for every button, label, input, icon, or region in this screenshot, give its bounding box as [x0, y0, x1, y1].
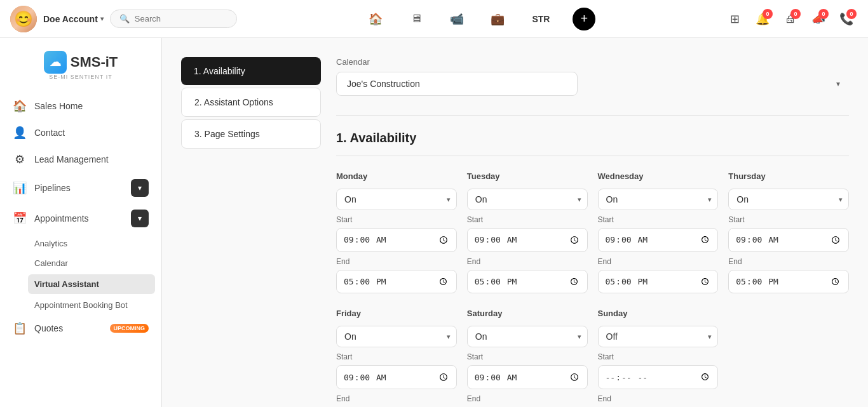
sunday-start-input[interactable] — [598, 365, 719, 389]
step-2-assistant-options[interactable]: 2. Assistant Options — [181, 88, 321, 117]
sidebar-item-appointments[interactable]: 📅 Appointments ▾ — [0, 203, 161, 234]
megaphone-badge: 0 — [818, 9, 829, 19]
sidebar-item-virtual-assistant[interactable]: Virtual Assistant — [28, 274, 155, 294]
friday-end-label: End — [336, 394, 457, 403]
thursday-end-label: End — [728, 257, 849, 266]
sidebar-nav: 🏠 Sales Home 👤 Contact ⚙ Lead Management… — [0, 86, 161, 348]
form-section: Calendar Joe's Construction Personal Wor… — [336, 57, 849, 407]
wednesday-label: Wednesday — [598, 171, 719, 181]
wednesday-status-wrapper: On Off ▾ — [598, 189, 719, 210]
top-navigation: Doe Account ▾ 🔍 🏠 🖥 📹 💼 STR + ⊞ 🔔 0 🖨 0 … — [0, 0, 868, 38]
wednesday-end-section: End — [598, 257, 719, 294]
sidebar-item-calendar[interactable]: Calendar — [0, 253, 161, 273]
sidebar-label-quotes: Quotes — [34, 323, 102, 333]
wednesday-start-input[interactable] — [598, 228, 719, 252]
search-bar[interactable]: 🔍 — [110, 10, 237, 28]
wednesday-start-label: Start — [598, 215, 719, 224]
thursday-start-input[interactable] — [728, 228, 849, 252]
add-nav-button[interactable]: + — [573, 8, 595, 30]
thursday-status-select[interactable]: On Off — [728, 189, 849, 210]
quotes-icon: 📋 — [13, 321, 27, 335]
sidebar-item-contact[interactable]: 👤 Contact — [0, 119, 161, 146]
main-content: 1. Availability 2. Assistant Options 3. … — [162, 38, 868, 407]
sidebar-label-appointments: Appointments — [34, 213, 123, 224]
calendar-label: Calendar — [336, 57, 849, 67]
tuesday-status-select[interactable]: On Off — [467, 189, 588, 210]
tuesday-start-input[interactable] — [467, 228, 588, 252]
contact-icon: 👤 — [13, 126, 27, 140]
bell-badge: 0 — [763, 9, 773, 19]
tuesday-end-input[interactable] — [467, 270, 588, 294]
sidebar-item-analytics[interactable]: Analytics — [0, 234, 161, 253]
monday-start-label: Start — [336, 215, 457, 224]
tuesday-label: Tuesday — [467, 171, 588, 181]
monday-start-section: Start — [336, 215, 457, 252]
logo-subtitle: SE-Mi Sentient IT — [49, 74, 112, 80]
sunday-end-label: End — [598, 394, 719, 403]
upcoming-badge: UPCOMING — [110, 324, 149, 333]
printer-icon-button[interactable]: 🖨 0 — [779, 8, 802, 30]
monday-end-input[interactable] — [336, 270, 457, 294]
nav-center: 🏠 🖥 📹 💼 STR + — [245, 8, 715, 30]
avatar[interactable] — [10, 6, 37, 32]
lead-icon: ⚙ — [13, 152, 27, 166]
briefcase-nav-button[interactable]: 💼 — [486, 8, 509, 30]
thursday-end-input[interactable] — [728, 270, 849, 294]
appointments-toggle[interactable]: ▾ — [131, 210, 149, 227]
str-nav-button[interactable]: STR — [527, 11, 555, 27]
search-input[interactable] — [135, 14, 224, 23]
logo: ☁ SMS-iT — [44, 51, 118, 74]
sidebar-item-quotes[interactable]: 📋 Quotes UPCOMING — [0, 315, 161, 342]
bell-icon-button[interactable]: 🔔 0 — [751, 8, 774, 30]
calendar-field: Calendar Joe's Construction Personal Wor… — [336, 57, 849, 96]
monday-status-wrapper: On Off ▾ — [336, 189, 457, 210]
camera-nav-button[interactable]: 📹 — [445, 8, 468, 30]
megaphone-icon-button[interactable]: 📣 0 — [807, 8, 830, 30]
step-1-availability[interactable]: 1. Availability — [181, 57, 321, 85]
logo-icon: ☁ — [44, 51, 67, 74]
appointments-icon: 📅 — [13, 211, 27, 225]
sidebar-label-pipelines: Pipelines — [34, 183, 123, 193]
sidebar-item-sales-home[interactable]: 🏠 Sales Home — [0, 93, 161, 119]
friday-label: Friday — [336, 309, 457, 318]
friday-start-input[interactable] — [336, 365, 457, 389]
pipelines-toggle[interactable]: ▾ — [131, 179, 149, 197]
printer-badge: 0 — [790, 9, 801, 19]
wednesday-status-select[interactable]: On Off — [598, 189, 719, 210]
saturday-start-input[interactable] — [467, 365, 588, 389]
thursday-status-wrapper: On Off ▾ — [728, 189, 849, 210]
tuesday-status-wrapper: On Off ▾ — [467, 189, 588, 210]
saturday-start-label: Start — [467, 352, 588, 361]
wednesday-end-input[interactable] — [598, 270, 719, 294]
saturday-start-section: Start — [467, 352, 588, 389]
day-column-monday: Monday On Off ▾ Start — [336, 171, 457, 293]
sidebar-item-appointment-booking-bot[interactable]: Appointment Booking Bot — [0, 295, 161, 315]
sunday-start-label: Start — [598, 352, 719, 361]
sunday-start-section: Start — [598, 352, 719, 389]
friday-status-select[interactable]: On Off — [336, 326, 457, 347]
sunday-end-section: End — [598, 394, 719, 407]
account-name[interactable]: Doe Account ▾ — [43, 14, 104, 24]
monitor-nav-button[interactable]: 🖥 — [405, 8, 428, 30]
saturday-status-select[interactable]: On Off — [467, 326, 588, 347]
sunday-label: Sunday — [598, 309, 719, 318]
friday-end-section: End — [336, 394, 457, 407]
monday-status-select[interactable]: On Off — [336, 189, 457, 210]
monday-start-input[interactable] — [336, 228, 457, 252]
days-grid-row2: Friday On Off ▾ Start — [336, 309, 849, 407]
sidebar-item-pipelines[interactable]: 📊 Pipelines ▾ — [0, 173, 161, 203]
sunday-status-select[interactable]: On Off — [598, 326, 719, 347]
grid-icon-button[interactable]: ⊞ — [723, 8, 746, 30]
thursday-start-label: Start — [728, 215, 849, 224]
step-3-page-settings[interactable]: 3. Page Settings — [181, 119, 321, 149]
saturday-label: Saturday — [467, 309, 588, 318]
app-layout: ☁ SMS-iT SE-Mi Sentient IT 🏠 Sales Home … — [0, 38, 868, 407]
home-nav-button[interactable]: 🏠 — [364, 8, 387, 30]
tuesday-start-section: Start — [467, 215, 588, 252]
phone-icon-button[interactable]: 📞 0 — [835, 8, 858, 30]
wednesday-end-label: End — [598, 257, 719, 266]
day-column-wednesday: Wednesday On Off ▾ Start — [598, 171, 719, 293]
day-column-thursday: Thursday On Off ▾ Start — [728, 171, 849, 293]
sidebar-item-lead-management[interactable]: ⚙ Lead Management — [0, 146, 161, 173]
calendar-select[interactable]: Joe's Construction Personal Work — [336, 72, 578, 96]
